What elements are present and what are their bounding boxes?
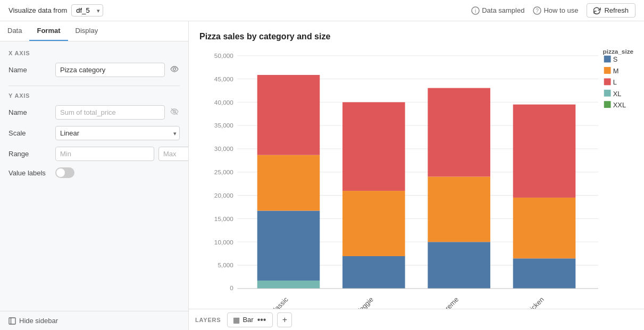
svg-text:0: 0	[230, 284, 233, 291]
topbar-right: i Data sampled ? How to use Refresh	[471, 3, 635, 18]
y-axis-eye-button[interactable]	[169, 106, 180, 119]
dataset-select[interactable]: df_5	[71, 4, 103, 16]
value-labels-toggle-wrapper[interactable]	[55, 167, 74, 178]
sidebar-icon	[9, 317, 16, 325]
topbar: Visualize data from df_5 i Data sampled …	[0, 0, 644, 21]
chart-title: Pizza sales by category and size	[199, 32, 633, 41]
svg-point-4	[173, 68, 176, 71]
svg-text:20,000: 20,000	[214, 192, 233, 199]
svg-text:Veggie: Veggie	[355, 295, 375, 309]
x-axis-section: X AXIS Name	[9, 50, 180, 77]
chart-svg: 50,000 45,000 40,000 35,000 30,000 25,00…	[199, 50, 633, 306]
svg-text:pizza_size: pizza_size	[603, 48, 634, 55]
bar-chicken-s	[513, 258, 576, 289]
svg-text:XXL: XXL	[613, 101, 626, 109]
bar-tab-label: Bar	[242, 316, 253, 324]
y-axis-range-label: Range	[9, 150, 51, 158]
svg-text:?: ?	[536, 8, 539, 14]
bar-chart-icon: ▦	[233, 316, 240, 324]
range-inputs	[55, 147, 188, 161]
bar-veggie-s	[342, 256, 405, 289]
svg-text:Supreme: Supreme	[435, 295, 460, 309]
value-labels-row: Value labels	[9, 167, 180, 178]
svg-rect-43	[604, 90, 611, 97]
data-sampled-info[interactable]: i Data sampled	[471, 6, 524, 15]
visualize-label: Visualize data from	[9, 6, 67, 14]
chart-area: Pizza sales by category and size 50,000 …	[189, 21, 644, 330]
x-axis-name-row: Name	[9, 63, 180, 77]
tab-data[interactable]: Data	[0, 21, 29, 41]
bar-classic-l	[257, 75, 320, 155]
data-sampled-label: Data sampled	[482, 6, 524, 14]
y-axis-scale-label: Scale	[9, 129, 51, 137]
bar-veggie-l	[342, 102, 405, 191]
y-axis-range-row: Range	[9, 147, 180, 161]
svg-text:10,000: 10,000	[214, 239, 233, 246]
svg-text:Chicken: Chicken	[522, 295, 545, 309]
svg-text:40,000: 40,000	[214, 99, 233, 106]
svg-text:i: i	[475, 8, 476, 14]
tab-display[interactable]: Display	[68, 21, 106, 41]
dataset-select-wrapper[interactable]: df_5	[71, 4, 103, 16]
svg-text:35,000: 35,000	[214, 122, 233, 129]
bar-classic-m	[257, 155, 320, 211]
x-axis-name-label: Name	[9, 66, 51, 74]
y-axis-scale-row: Scale Linear Logarithmic	[9, 126, 180, 140]
layers-label: LAYERS	[195, 317, 221, 323]
bar-tab-options-button[interactable]: •••	[256, 315, 267, 325]
y-axis-section: Y AXIS Name Scale Linear Logarithmic	[9, 92, 180, 178]
chart-bottom: LAYERS ▦ Bar ••• +	[189, 309, 644, 330]
y-axis-name-label: Name	[9, 108, 51, 116]
eye-icon	[170, 65, 179, 73]
bar-classic-s	[257, 210, 320, 280]
svg-rect-37	[604, 56, 611, 63]
svg-text:5,000: 5,000	[218, 261, 233, 268]
chart-main: Pizza sales by category and size 50,000 …	[189, 21, 644, 309]
refresh-label: Refresh	[604, 6, 629, 14]
svg-text:M: M	[613, 67, 619, 75]
bar-veggie-m	[342, 191, 405, 256]
main-layout: Data Format Display X AXIS Name	[0, 21, 644, 330]
y-axis-title: Y AXIS	[9, 92, 180, 99]
y-axis-name-input[interactable]	[55, 105, 165, 120]
tab-format[interactable]: Format	[29, 21, 68, 41]
svg-text:45,000: 45,000	[214, 75, 233, 82]
svg-rect-41	[604, 78, 611, 85]
svg-text:L: L	[613, 78, 617, 86]
sidebar-content: X AXIS Name Y AXIS Name	[0, 41, 188, 311]
svg-text:Classic: Classic	[269, 295, 290, 309]
svg-rect-39	[604, 67, 611, 74]
hide-sidebar-button[interactable]: Hide sidebar	[0, 311, 188, 330]
bar-chicken-l	[513, 105, 576, 198]
svg-text:S: S	[613, 55, 618, 63]
svg-text:15,000: 15,000	[214, 215, 233, 222]
range-max-input[interactable]	[158, 147, 188, 161]
y-axis-name-row: Name	[9, 105, 180, 120]
svg-text:50,000: 50,000	[214, 52, 233, 59]
axis-divider	[9, 86, 180, 86]
scale-select[interactable]: Linear Logarithmic	[55, 126, 180, 140]
hide-sidebar-label: Hide sidebar	[19, 317, 58, 325]
value-labels-toggle[interactable]	[55, 167, 74, 178]
question-icon: ?	[533, 6, 541, 15]
svg-rect-7	[9, 318, 15, 324]
x-axis-eye-button[interactable]	[169, 64, 180, 76]
bar-tab[interactable]: ▦ Bar •••	[227, 312, 273, 327]
bar-supreme-s	[428, 242, 490, 289]
x-axis-title: X AXIS	[9, 50, 180, 56]
bar-chicken-m	[513, 198, 576, 258]
refresh-icon	[593, 7, 601, 14]
how-to-use-info[interactable]: ? How to use	[533, 6, 578, 15]
chart-container: 50,000 45,000 40,000 35,000 30,000 25,00…	[199, 50, 633, 306]
bar-supreme-m	[428, 176, 490, 242]
info-icon: i	[471, 6, 480, 15]
add-layer-button[interactable]: +	[277, 312, 292, 327]
bar-classic-xl	[257, 281, 320, 289]
x-axis-name-input[interactable]	[55, 63, 165, 77]
refresh-button[interactable]: Refresh	[587, 3, 635, 18]
how-to-use-label: How to use	[543, 6, 578, 14]
range-min-input[interactable]	[55, 147, 154, 161]
scale-select-wrapper[interactable]: Linear Logarithmic	[55, 126, 180, 140]
svg-text:XL: XL	[613, 90, 622, 98]
topbar-left: Visualize data from df_5	[9, 4, 103, 16]
